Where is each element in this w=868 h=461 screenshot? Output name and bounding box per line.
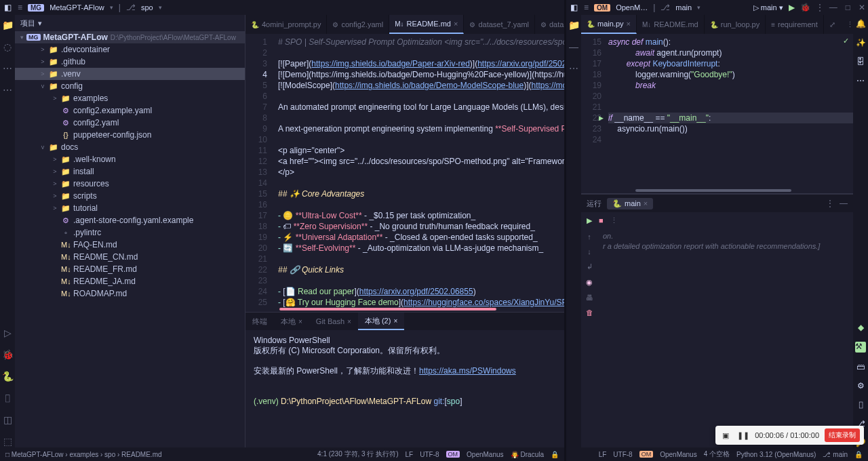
- terminal-icon[interactable]: ⌷: [1, 392, 14, 404]
- editor-tab[interactable]: M↓README.md: [637, 15, 705, 34]
- tree-item[interactable]: >📁scripts: [15, 190, 245, 202]
- run-tab[interactable]: 🐍 main ×: [607, 198, 653, 209]
- hamburger-icon[interactable]: ≡: [18, 3, 22, 12]
- tree-item[interactable]: ◦.pylintrc: [15, 226, 245, 239]
- folder-icon[interactable]: 📁: [568, 19, 580, 31]
- db-icon[interactable]: 🗃: [856, 362, 865, 372]
- record-stop-icon[interactable]: ▣: [719, 429, 732, 441]
- record-pause-icon[interactable]: ❚❚: [737, 429, 749, 441]
- scroll-icon[interactable]: ◉: [586, 278, 593, 287]
- project-name[interactable]: OpenM…: [616, 3, 648, 12]
- check-icon[interactable]: ✓: [843, 37, 849, 45]
- left-code-editor[interactable]: 1234567891011121314151617181920212223242…: [245, 34, 564, 312]
- structure-icon[interactable]: ⋯: [568, 62, 580, 75]
- horizontal-scrollbar[interactable]: [279, 308, 496, 310]
- tree-item[interactable]: >📁.github: [15, 56, 245, 68]
- tree-item[interactable]: >📁.venv: [15, 68, 245, 80]
- om-label[interactable]: OpenManus: [467, 451, 503, 458]
- terminal-tab[interactable]: Git Bash ×: [309, 313, 358, 330]
- editor-tab[interactable]: ⚙dataset_7.yaml: [464, 15, 535, 34]
- encoding[interactable]: UTF-8: [613, 451, 632, 458]
- tree-item[interactable]: >📁.well-known: [15, 153, 245, 165]
- chevron-down-icon[interactable]: ▾: [110, 4, 113, 11]
- tree-item[interactable]: v📁docs: [15, 141, 245, 153]
- tree-item[interactable]: >📁tutorial: [15, 202, 245, 214]
- maximize-icon[interactable]: □: [846, 3, 850, 12]
- notifications-icon[interactable]: 🔔: [856, 19, 866, 28]
- om-label[interactable]: OpenManus: [660, 451, 696, 458]
- ai-icon[interactable]: ✨: [856, 38, 866, 47]
- services-icon[interactable]: ◫: [1, 414, 14, 426]
- code-content[interactable]: async def main(): await agent.run(prompt…: [608, 34, 853, 193]
- editor-tab[interactable]: 🐍run_loop.py: [705, 15, 766, 34]
- run-config[interactable]: ▷ main ▾: [753, 3, 783, 12]
- encoding[interactable]: UTF-8: [420, 451, 439, 458]
- more-icon[interactable]: ⋯: [1, 84, 14, 96]
- theme-label[interactable]: 🧛 Dracula: [511, 451, 544, 458]
- terminal-tab[interactable]: 本地 ×: [274, 313, 309, 330]
- editor-tab[interactable]: M↓README.md×: [389, 15, 464, 34]
- branch-name[interactable]: main: [675, 3, 692, 12]
- cursor-position[interactable]: 4:1 (230 字符, 3 行 执行符): [317, 449, 398, 459]
- print-icon[interactable]: 🖶: [586, 294, 593, 302]
- code-content[interactable]: # SPO | Self-Supervised Prompt Optimizat…: [278, 34, 564, 312]
- branch[interactable]: ⎇ main: [823, 451, 848, 458]
- chevron-down-icon[interactable]: ▾: [697, 4, 701, 11]
- tree-item[interactable]: >📁resources: [15, 178, 245, 190]
- line-ending[interactable]: LF: [599, 451, 607, 458]
- rerun-icon[interactable]: ▶: [587, 216, 592, 225]
- breadcrumb[interactable]: □ MetaGPT-AFLow › examples › spo › READM…: [5, 451, 162, 458]
- terminal-icon[interactable]: ⌷: [859, 400, 863, 409]
- more-icon[interactable]: ⋮: [816, 3, 824, 12]
- commit-icon[interactable]: —: [568, 41, 580, 53]
- more-icon[interactable]: ⋮: [841, 15, 853, 34]
- down-arrow-icon[interactable]: ↓: [587, 247, 591, 256]
- tree-item[interactable]: {}puppeteer-config.json: [15, 129, 245, 141]
- tree-item[interactable]: >📁install: [15, 165, 245, 178]
- tree-item[interactable]: >📁examples: [15, 92, 245, 104]
- tree-item[interactable]: ⚙config2.example.yaml: [15, 104, 245, 117]
- horizontal-scrollbar[interactable]: [635, 189, 791, 192]
- settings-icon[interactable]: ⚙: [857, 381, 865, 390]
- screen-record-widget[interactable]: ▣ ❚❚ 00:00:06 / 01:00:00 结束录制: [715, 426, 864, 445]
- editor-tab[interactable]: ≡requirement: [766, 15, 824, 34]
- more-icon[interactable]: ⋮: [610, 216, 618, 225]
- minimize-icon[interactable]: —: [829, 3, 837, 12]
- copilot-icon[interactable]: ◆: [858, 323, 864, 332]
- trash-icon[interactable]: 🗑: [586, 308, 593, 317]
- lock-icon[interactable]: 🔒: [854, 451, 863, 458]
- tool-icon[interactable]: ⚒: [855, 342, 866, 353]
- file-tree[interactable]: ▾ MG MetaGPT-AFLow D:\PythonProject\AFlo…: [15, 31, 245, 447]
- tree-item[interactable]: >📁.devcontainer: [15, 43, 245, 56]
- wrap-icon[interactable]: ↲: [587, 262, 593, 271]
- debug-icon[interactable]: 🐞: [1, 348, 14, 361]
- tree-item[interactable]: ⚙.agent-store-config.yaml.example: [15, 214, 245, 226]
- tree-item[interactable]: M↓FAQ-EN.md: [15, 239, 245, 251]
- more-icon[interactable]: ⋯: [856, 76, 865, 85]
- tree-item[interactable]: M↓README_CN.md: [15, 251, 245, 263]
- python-icon[interactable]: 🐍: [1, 370, 14, 382]
- tree-item[interactable]: v📁config: [15, 80, 245, 92]
- editor-tab[interactable]: ⚙config2.yaml: [327, 15, 389, 34]
- tree-item[interactable]: M↓README_FR.md: [15, 263, 245, 275]
- debug-button[interactable]: 🐞: [800, 3, 810, 12]
- branch-name[interactable]: spo: [141, 3, 153, 12]
- minimize-icon[interactable]: —: [840, 199, 848, 208]
- line-ending[interactable]: LF: [406, 451, 414, 458]
- run-icon[interactable]: ▷: [1, 327, 14, 339]
- stop-icon[interactable]: ■: [599, 216, 604, 224]
- terminal-tab[interactable]: 终端: [245, 313, 274, 330]
- commit-icon[interactable]: ◌: [1, 41, 14, 53]
- right-code-editor[interactable]: 15161718192021222324 async def main(): a…: [581, 34, 853, 194]
- expand-icon[interactable]: ⤢: [824, 15, 841, 34]
- tree-item[interactable]: M↓README_JA.md: [15, 275, 245, 287]
- editor-tab[interactable]: 🐍4omini_prompt.py: [245, 15, 327, 34]
- run-output[interactable]: on.r a detailed optimization report with…: [597, 228, 853, 447]
- tree-item[interactable]: ⚙config2.yaml: [15, 117, 245, 129]
- record-end-button[interactable]: 结束录制: [825, 428, 860, 442]
- tree-item[interactable]: M↓ROADMAP.md: [15, 287, 245, 300]
- structure-icon[interactable]: ⋯: [1, 62, 14, 75]
- problems-icon[interactable]: ⬚: [1, 435, 14, 447]
- chevron-down-icon[interactable]: ▾: [159, 4, 162, 11]
- more-icon[interactable]: ⋮: [826, 199, 834, 208]
